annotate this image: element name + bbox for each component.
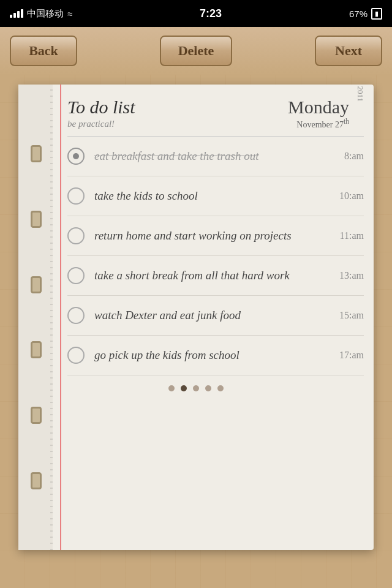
notebook-header: To do list be practical! Monday November… bbox=[67, 85, 364, 137]
todo-time: 17:am bbox=[339, 350, 364, 361]
page-dot[interactable] bbox=[168, 385, 175, 391]
status-bar: 中国移动 ≈ 7:23 67% ▮ bbox=[0, 0, 392, 27]
day-label: Monday bbox=[288, 97, 349, 118]
notebook-title: To do list bbox=[67, 97, 135, 118]
todo-text: take the kids to school bbox=[94, 189, 333, 203]
delete-button[interactable]: Delete bbox=[160, 36, 233, 66]
next-button[interactable]: Next bbox=[315, 36, 382, 66]
page-dot[interactable] bbox=[205, 385, 211, 391]
ring bbox=[31, 407, 42, 424]
todo-checkbox[interactable] bbox=[67, 148, 85, 165]
year-label: 2011 bbox=[355, 86, 365, 102]
clock: 7:23 bbox=[200, 7, 222, 20]
header-left: To do list be practical! bbox=[67, 97, 135, 129]
notebook: To do list be practical! Monday November… bbox=[18, 85, 374, 550]
todo-text: watch Dexter and eat junk food bbox=[94, 309, 333, 322]
signal-icon bbox=[10, 9, 23, 18]
todo-list: eat breakfast and take the trash out8:am… bbox=[67, 137, 364, 375]
todo-item[interactable]: go pick up the kids from school17:am bbox=[67, 336, 364, 375]
todo-checkbox[interactable] bbox=[67, 347, 85, 364]
status-left: 中国移动 ≈ bbox=[10, 8, 72, 20]
todo-time: 10:am bbox=[339, 190, 364, 202]
todo-item[interactable]: take the kids to school10:am bbox=[67, 176, 364, 216]
todo-item[interactable]: watch Dexter and eat junk food15:am bbox=[67, 296, 364, 336]
todo-text: return home and start working on project… bbox=[94, 229, 334, 243]
header-right: Monday November 27th bbox=[288, 97, 349, 130]
todo-item[interactable]: return home and start working on project… bbox=[67, 216, 364, 256]
todo-item[interactable]: take a short break from all that hard wo… bbox=[67, 256, 364, 296]
todo-item[interactable]: eat breakfast and take the trash out8:am bbox=[67, 137, 364, 176]
todo-time: 11:am bbox=[340, 230, 364, 241]
notebook-subtitle: be practical! bbox=[67, 119, 135, 129]
page-dot[interactable] bbox=[181, 385, 187, 391]
todo-checkbox[interactable] bbox=[67, 267, 85, 284]
status-right: 67% ▮ bbox=[349, 8, 382, 20]
todo-text: take a short break from all that hard wo… bbox=[94, 269, 333, 282]
toolbar: Back Delete Next bbox=[0, 27, 392, 75]
battery-icon: ▮ bbox=[371, 8, 382, 20]
date-label: November 27th bbox=[288, 118, 349, 130]
todo-text: go pick up the kids from school bbox=[94, 349, 333, 362]
notebook-content: To do list be practical! Monday November… bbox=[18, 85, 374, 375]
page-dot[interactable] bbox=[193, 385, 199, 391]
todo-checkbox[interactable] bbox=[67, 307, 85, 324]
page-dots bbox=[18, 375, 374, 396]
ring bbox=[31, 472, 42, 489]
battery-label: 67% bbox=[349, 9, 368, 19]
back-button[interactable]: Back bbox=[10, 36, 77, 66]
wifi-icon: ≈ bbox=[67, 9, 72, 19]
todo-time: 13:am bbox=[339, 270, 364, 281]
todo-time: 15:am bbox=[339, 310, 364, 321]
todo-checkbox[interactable] bbox=[67, 187, 85, 205]
todo-checkbox[interactable] bbox=[67, 227, 85, 244]
page-dot[interactable] bbox=[217, 385, 224, 391]
todo-time: 8:am bbox=[344, 151, 364, 162]
todo-text: eat breakfast and take the trash out bbox=[94, 149, 338, 163]
carrier-label: 中国移动 bbox=[27, 8, 64, 20]
